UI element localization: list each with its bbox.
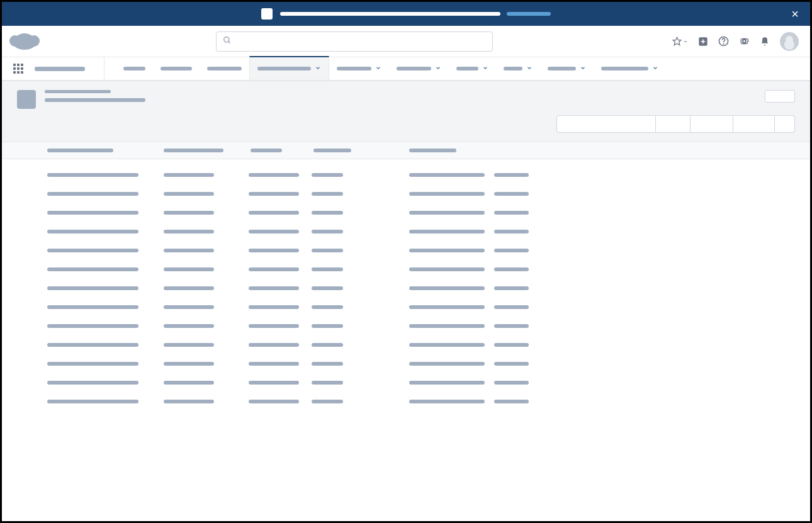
action-button-1[interactable]	[556, 115, 656, 133]
table-cell	[409, 305, 485, 309]
salesforce-logo-icon[interactable]	[13, 33, 36, 50]
chevron-down-icon[interactable]	[435, 65, 441, 72]
nav-tab-4[interactable]	[329, 57, 389, 81]
notification-banner: ×	[2, 2, 810, 26]
table-cell	[312, 305, 343, 309]
table-cell	[312, 173, 343, 177]
table-row[interactable]	[47, 400, 810, 403]
nav-tab-1[interactable]	[153, 57, 200, 81]
search-icon	[223, 36, 232, 47]
table-cell	[164, 305, 214, 309]
nav-tab-label	[504, 67, 522, 70]
table-cell	[47, 192, 138, 196]
column-header[interactable]	[47, 149, 113, 152]
nav-tab-label	[601, 67, 648, 70]
nav-tab-5[interactable]	[389, 57, 449, 81]
table-cell	[249, 267, 299, 271]
bell-icon[interactable]	[760, 37, 770, 47]
banner-checkbox[interactable]	[261, 8, 273, 20]
action-button-3[interactable]	[691, 115, 733, 133]
table-row[interactable]	[47, 192, 810, 196]
close-icon[interactable]: ×	[791, 7, 799, 21]
object-icon	[17, 90, 36, 109]
column-header[interactable]	[409, 149, 456, 152]
table-cell	[494, 362, 529, 366]
table-cell	[312, 192, 343, 196]
table-row[interactable]	[47, 267, 810, 271]
table-cell	[312, 324, 343, 328]
table-cell	[164, 343, 214, 347]
chevron-down-icon[interactable]	[652, 65, 658, 72]
nav-tab-8[interactable]	[540, 57, 594, 81]
action-button-2[interactable]	[656, 115, 691, 133]
table-cell	[164, 286, 214, 290]
table-row[interactable]	[47, 230, 810, 233]
table-cell	[409, 267, 485, 271]
table-row[interactable]	[47, 324, 810, 328]
nav-tab-2[interactable]	[200, 57, 249, 81]
table-cell	[249, 249, 299, 252]
help-icon[interactable]	[718, 36, 729, 47]
table-cell	[164, 362, 214, 366]
nav-tab-0[interactable]	[116, 57, 153, 81]
table-cell	[409, 211, 485, 215]
table-cell	[249, 173, 299, 177]
svg-marker-2	[673, 37, 681, 45]
nav-tab-label	[397, 67, 431, 70]
favorites-icon[interactable]	[672, 37, 688, 46]
gear-icon[interactable]	[739, 36, 750, 47]
global-search-input[interactable]	[216, 31, 493, 52]
table-cell	[409, 230, 485, 233]
chevron-down-icon[interactable]	[315, 65, 321, 72]
app-launcher-icon[interactable]	[13, 64, 23, 74]
nav-tab-3[interactable]	[249, 56, 329, 80]
table-cell	[494, 249, 529, 252]
table-cell	[312, 286, 343, 290]
table-row[interactable]	[47, 343, 810, 347]
nav-tab-label	[257, 67, 311, 70]
table-cell	[249, 324, 299, 328]
table-cell	[494, 192, 529, 196]
action-overflow-button[interactable]	[775, 115, 795, 133]
nav-tab-9[interactable]	[594, 57, 666, 81]
nav-divider	[104, 57, 104, 81]
table-row[interactable]	[47, 381, 810, 385]
table-cell	[312, 362, 343, 366]
table-row[interactable]	[47, 305, 810, 309]
table-row[interactable]	[47, 362, 810, 366]
chevron-down-icon[interactable]	[482, 65, 488, 72]
table-row[interactable]	[47, 211, 810, 215]
table-cell	[409, 381, 485, 385]
column-header[interactable]	[251, 149, 282, 152]
table-cell	[409, 286, 485, 290]
page-header	[2, 81, 810, 142]
banner-link[interactable]	[507, 12, 551, 16]
table-row[interactable]	[47, 249, 810, 252]
search-field[interactable]	[235, 37, 486, 46]
plus-icon[interactable]	[698, 37, 708, 47]
action-button-4[interactable]	[733, 115, 775, 133]
table-cell	[164, 173, 214, 177]
nav-tab-6[interactable]	[449, 57, 496, 81]
app-name	[35, 67, 85, 71]
svg-line-1	[228, 42, 230, 43]
nav-tab-7[interactable]	[496, 57, 540, 81]
table-cell	[249, 400, 299, 403]
banner-message	[280, 12, 500, 16]
table-cell	[249, 286, 299, 290]
table-cell	[249, 211, 299, 215]
column-header[interactable]	[313, 149, 351, 152]
chevron-down-icon[interactable]	[375, 65, 381, 72]
table-cell	[164, 400, 214, 403]
table-cell	[494, 211, 529, 215]
column-header[interactable]	[164, 149, 223, 152]
chevron-down-icon[interactable]	[526, 65, 533, 72]
nav-tab-label	[548, 67, 576, 70]
table-cell	[249, 381, 299, 385]
table-row[interactable]	[47, 173, 810, 177]
user-avatar[interactable]	[780, 32, 799, 51]
table-cell	[47, 324, 138, 328]
table-row[interactable]	[47, 286, 810, 290]
table-cell	[409, 192, 485, 196]
chevron-down-icon[interactable]	[580, 65, 586, 72]
